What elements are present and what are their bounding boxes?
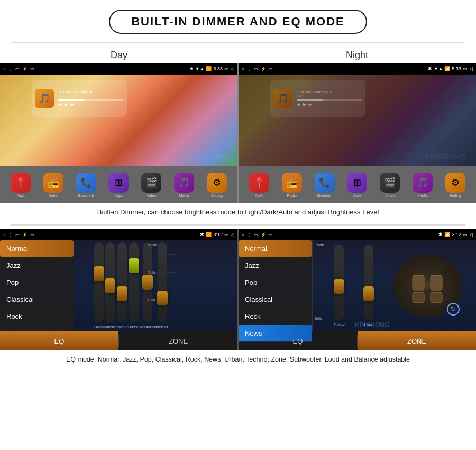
eq-right-preset-rock[interactable]: Rock	[239, 308, 312, 325]
day-apps-icon: ⊞	[108, 173, 129, 193]
night-app-radio[interactable]: 📻 Radio	[282, 173, 302, 197]
slider-bassf[interactable]: BassF	[128, 242, 140, 329]
day-bt-label: Bluetooth	[78, 194, 94, 197]
day-app-navi[interactable]: 📍 Navi	[11, 173, 31, 197]
day-setting-label: Setting	[211, 194, 223, 197]
svg-rect-5	[425, 281, 430, 289]
page-title: BUILT-IN DIMMER AND EQ MODE	[109, 10, 367, 34]
night-app-bt[interactable]: 📞 Bluetooth	[315, 173, 335, 197]
night-video-label: Video	[385, 194, 395, 197]
day-apps-row: 📍 Navi 📻 Radio 📞 Bluetooth ⊞ Apps 🎬	[0, 166, 237, 203]
eq-sliders-container: 15db 9db 0db -12db Bass	[74, 240, 175, 331]
night-status-bar: ○ ⋮ ▭ ⚡ ▭ ✱ ▼▲ 📶 5:33 ▭ ◁	[239, 63, 476, 75]
night-prev-icon[interactable]: ⏮	[297, 102, 301, 107]
eq-left-tab-zone[interactable]: ZONE	[119, 331, 237, 350]
eq-right-preset-classical[interactable]: Classical	[239, 291, 312, 308]
day-music-bar-fill	[58, 99, 85, 101]
eq-right-sd: ▭	[269, 232, 273, 237]
night-app-apps[interactable]: ⊞ Apps	[347, 173, 367, 197]
eq-right-preset-normal[interactable]: Normal	[239, 240, 312, 257]
day-usb-icon: ⚡	[22, 67, 28, 71]
night-app-media[interactable]: 🎵 Media	[413, 173, 433, 197]
eq-right-tab-zone[interactable]: ZONE	[358, 331, 476, 350]
day-music-info: 10 Keiner Kommy Hi... 1:48 ⏮ ▶ ⏭	[58, 90, 124, 107]
night-android-screen: ○ ⋮ ▭ ⚡ ▭ ✱ ▼▲ 📶 5:33 ▭ ◁ 🎵	[239, 63, 476, 203]
slider-treble[interactable]: Treble	[116, 242, 128, 329]
day-android-screen: ○ ⋮ ▭ ⚡ ▭ ✱ ▼▲ 📶 5:33 ▭ ◁ 🎵	[0, 63, 237, 203]
night-radio-icon: 📻	[282, 173, 302, 193]
day-video-icon: 🎬	[141, 173, 161, 193]
night-music-icon: 🎵	[273, 89, 292, 108]
day-app-radio[interactable]: 📻 Radio	[43, 173, 63, 197]
night-usb-icon: ⚡	[261, 67, 266, 71]
day-music-icon: 🎵	[35, 89, 54, 108]
eq-left-usb: ⚡	[22, 232, 28, 237]
night-app-setting[interactable]: ⚙ Setting	[445, 173, 465, 197]
eq-preset-normal[interactable]: Normal	[0, 240, 74, 257]
zone-slider-loud[interactable]: Loud	[364, 245, 373, 327]
zone-subw-track[interactable]	[334, 245, 344, 320]
slider-bass-thumb[interactable]	[94, 266, 104, 281]
eq-presets-list: Normal Jazz Pop Classical Rock News	[0, 240, 74, 331]
zone-slider-subw[interactable]: Subw	[334, 245, 344, 327]
slider-bass-track[interactable]	[94, 242, 104, 322]
day-music-controls[interactable]: ⏮ ▶ ⏭	[58, 102, 124, 107]
zone-subw-thumb[interactable]	[334, 279, 344, 294]
day-app-apps[interactable]: ⊞ Apps	[108, 173, 129, 197]
night-app-navi[interactable]: 📍 Navi	[249, 173, 269, 197]
night-back-icon: ◁	[469, 66, 473, 71]
eq-right-preset-pop[interactable]: Pop	[239, 274, 312, 291]
day-music-bar	[58, 99, 124, 101]
night-setting-icon: ⚙	[445, 173, 465, 193]
db-label-9: 9db	[148, 270, 159, 275]
screens-row: ○ ⋮ ▭ ⚡ ▭ ✱ ▼▲ 📶 5:33 ▭ ◁ 🎵	[0, 63, 476, 203]
eq-preset-rock[interactable]: Rock	[0, 308, 74, 325]
dimmer-description: Built-in Dimmer, can choose brightness m…	[0, 203, 476, 221]
eq-left-tab-eq[interactable]: EQ	[0, 331, 118, 350]
slider-middle-thumb[interactable]	[105, 278, 115, 293]
day-music-time: 1:48	[58, 95, 124, 98]
day-navi-label: Navi	[17, 194, 24, 197]
zone-loud-track[interactable]	[364, 245, 373, 320]
day-app-video[interactable]: 🎬 Video	[141, 173, 161, 197]
eq-preset-classical[interactable]: Classical	[0, 291, 74, 308]
eq-right-tab-eq[interactable]: EQ	[239, 331, 357, 350]
car-refresh-icon[interactable]: ↻	[447, 303, 460, 316]
day-next-icon[interactable]: ⏭	[70, 102, 74, 107]
eq-left-back: ◁	[231, 232, 234, 237]
eq-right-content: Normal Jazz Pop Classical Rock News 15db…	[239, 240, 476, 331]
db-label-neg12: -12db	[148, 325, 159, 329]
slider-treble-track[interactable]	[117, 242, 127, 322]
eq-right-preset-jazz[interactable]: Jazz	[239, 257, 312, 274]
slider-treble-thumb[interactable]	[117, 286, 127, 301]
slider-bassf-thumb[interactable]	[129, 258, 139, 273]
slider-middle-track[interactable]	[105, 242, 115, 322]
night-apps-label: Apps	[353, 194, 361, 197]
eq-caption: EQ mode: Normal, Jazz, Pop, Classical, R…	[0, 350, 476, 369]
zone-db-label-0: 9db	[315, 316, 322, 321]
eq-left-time: 3:12	[213, 232, 223, 237]
day-app-bt[interactable]: 📞 Bluetooth	[76, 173, 96, 197]
slider-middle[interactable]: Middle	[104, 242, 116, 329]
svg-rect-4	[431, 292, 442, 303]
night-video-icon: 🎬	[380, 173, 400, 193]
zone-loud-thumb[interactable]	[363, 286, 374, 301]
slider-bass[interactable]: Bass	[94, 242, 104, 329]
day-app-setting[interactable]: ⚙ Setting	[207, 173, 227, 197]
day-play-icon[interactable]: ▶	[65, 102, 68, 107]
night-app-video[interactable]: 🎬 Video	[380, 173, 400, 197]
night-play-icon[interactable]: ▶	[303, 102, 306, 107]
night-signal-icon: 📶	[444, 66, 450, 71]
day-prev-icon[interactable]: ⏮	[58, 102, 62, 107]
day-app-media[interactable]: 🎵 Media	[174, 173, 194, 197]
day-label: Day	[0, 50, 238, 61]
eq-preset-jazz[interactable]: Jazz	[0, 257, 74, 274]
slider-bassf-track[interactable]	[129, 242, 139, 322]
eq-preset-pop[interactable]: Pop	[0, 274, 74, 291]
eq-left-screen: ▭	[15, 232, 20, 237]
day-home-icon: ○	[3, 67, 6, 71]
night-next-icon[interactable]: ⏭	[308, 102, 313, 107]
slider-bass-label: Bass	[94, 325, 104, 329]
day-media-icon: 🎵	[174, 173, 194, 193]
night-music-controls[interactable]: ⏮ ▶ ⏭	[297, 102, 362, 107]
